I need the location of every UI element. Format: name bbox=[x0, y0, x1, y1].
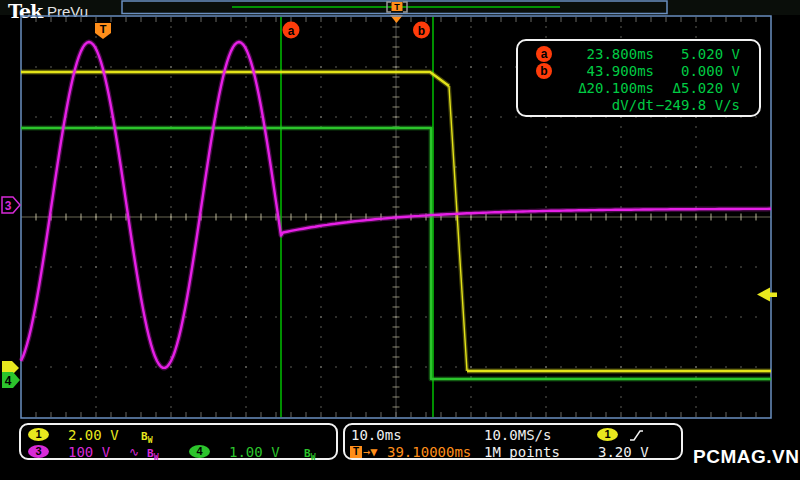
cursor-b-badge[interactable]: b bbox=[413, 22, 430, 39]
cursor-b-badge-small: b bbox=[536, 63, 552, 79]
ch4-position-marker[interactable]: 4 bbox=[2, 372, 20, 388]
cursor-b-row: b 43.900ms 0.000 V bbox=[518, 63, 759, 80]
delay-trigger-icon: T bbox=[350, 446, 362, 458]
sample-rate: 10.0MS/s bbox=[484, 428, 551, 443]
ch1-trace-high-glow bbox=[21, 72, 449, 86]
ch3-coupling-icon: ∿ bbox=[129, 445, 139, 460]
cursor-readout-box[interactable]: a 23.800ms 5.020 V b 43.900ms 0.000 V Δ2… bbox=[516, 39, 761, 117]
ch3-scale: 100 V bbox=[68, 445, 110, 460]
bar-trigger-letter: T bbox=[394, 2, 400, 12]
ch1-scale: 2.00 V bbox=[68, 428, 119, 443]
horizontal-trigger-box: 10.0ms 10.0MS/s 1 T →▼ 39.10000ms 1M poi… bbox=[343, 423, 683, 460]
cursor-b-time: 43.900ms bbox=[558, 63, 654, 80]
ch1-badge: 1 bbox=[28, 428, 49, 441]
cursor-a-value: 5.020 V bbox=[654, 46, 740, 63]
trigger-level[interactable]: 3.20 V bbox=[598, 445, 649, 460]
ch3-bandwidth-icon: BW bbox=[147, 446, 158, 465]
cursor-delta-value: Δ5.020 V bbox=[654, 80, 740, 97]
cursor-a-row: a 23.800ms 5.020 V bbox=[518, 46, 759, 63]
oscilloscope-screen: Tek PreVu T T a b bbox=[0, 0, 800, 480]
channel-readouts-box: 1 2.00 V BW 3 100 V ∿ BW 4 1.00 V BW bbox=[19, 423, 338, 460]
trigger-flag-letter: T bbox=[100, 23, 107, 35]
record-length: 1M points bbox=[484, 445, 560, 460]
cursor-a-time: 23.800ms bbox=[558, 46, 654, 63]
trigger-source-badge[interactable]: 1 bbox=[597, 428, 618, 441]
ch4-badge: 4 bbox=[189, 445, 210, 458]
ch4-scale: 1.00 V bbox=[229, 445, 280, 460]
trigger-position-flag[interactable]: T bbox=[95, 23, 111, 39]
cursor-a-badge[interactable]: a bbox=[283, 22, 300, 39]
cursor-b-letter: b bbox=[418, 24, 425, 38]
cursor-delta-time: Δ20.100ms bbox=[558, 80, 654, 97]
delay-arrow-icon: →▼ bbox=[363, 445, 377, 460]
dvdt-label: dV/dt bbox=[558, 97, 654, 114]
ch4-bandwidth-icon: BW bbox=[304, 446, 315, 465]
ch4-marker-label: 4 bbox=[5, 374, 12, 388]
dvdt-value: −249.8 V/s bbox=[654, 97, 740, 114]
trigger-level-arrow[interactable] bbox=[757, 288, 777, 302]
horizontal-scale[interactable]: 10.0ms bbox=[351, 428, 402, 443]
cursor-dvdt-row: dV/dt −249.8 V/s bbox=[518, 97, 759, 114]
cursor-delta-row: Δ20.100ms Δ5.020 V bbox=[518, 80, 759, 97]
watermark: PCMAG.VN bbox=[693, 446, 799, 468]
ch1-trace-fall bbox=[449, 86, 467, 371]
cursor-a-letter: a bbox=[288, 24, 295, 38]
ch3-position-marker[interactable]: 3 bbox=[2, 197, 20, 213]
rising-edge-icon bbox=[628, 428, 644, 442]
acquisition-bar[interactable]: T bbox=[122, 1, 667, 23]
ch3-badge: 3 bbox=[28, 445, 49, 458]
ch3-marker-label: 3 bbox=[5, 199, 12, 213]
cursor-b-value: 0.000 V bbox=[654, 63, 740, 80]
cursor-a-badge-small: a bbox=[536, 46, 552, 62]
trigger-delay[interactable]: 39.10000ms bbox=[387, 445, 471, 460]
